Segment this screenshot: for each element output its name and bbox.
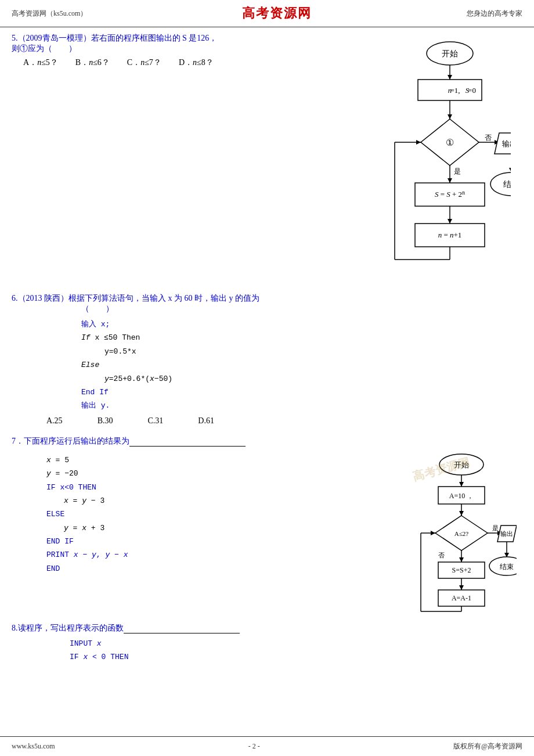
svg-marker-3	[448, 75, 452, 80]
q5-flowchart: 开始 n =1, S =0 ① 否	[360, 33, 522, 283]
q7-line-8: PRINT x − y, y − x	[46, 548, 400, 561]
q7-title: 7．下面程序运行后输出的结果为	[12, 436, 522, 447]
q7-line-5: ELSE	[46, 507, 400, 521]
q6-line-5: y=25+0.6*(x−50)	[104, 372, 522, 386]
svg-text:输出S: 输出S	[502, 139, 511, 148]
q7-line-2: y = −20	[46, 467, 400, 480]
svg-marker-35	[416, 140, 421, 145]
main-content: 5.（2009青岛一模理）若右面的程序框图输出的 S 是126， 则①应为（ ）…	[0, 27, 534, 704]
q7-line-9: END	[46, 562, 400, 575]
q7-container: x = 5 y = −20 IF x<0 THEN x = y − 3 ELSE…	[12, 450, 522, 613]
footer-center: - 2 -	[248, 742, 260, 751]
q7-left: x = 5 y = −20 IF x<0 THEN x = y − 3 ELSE…	[12, 450, 400, 579]
q6-line-1: 输入 x;	[81, 318, 522, 331]
svg-text:是: 是	[454, 167, 461, 175]
q6-code: 输入 x; If x ≤50 Then y=0.5*x Else y=25+0.…	[81, 318, 522, 413]
q7-line-3: IF x<0 THEN	[46, 481, 400, 494]
svg-text:否: 否	[485, 134, 492, 142]
q5-option-d: D．n≤8？	[179, 57, 214, 68]
svg-text:A≤2?: A≤2?	[454, 530, 468, 537]
svg-marker-24	[448, 178, 452, 183]
q7-flowchart: 高考资源网 开始 A=10 ， A≤2?	[406, 450, 522, 613]
svg-marker-68	[431, 531, 435, 535]
svg-text:S=S+2: S=S+2	[452, 566, 471, 574]
q6-option-b: B.30	[98, 416, 113, 426]
q8-line-1: INPUT x	[70, 637, 522, 650]
q6-line-6: End If	[81, 386, 522, 399]
q7-line-6: y = x + 3	[64, 521, 400, 535]
question-5: 5.（2009青岛一模理）若右面的程序框图输出的 S 是126， 则①应为（ ）…	[12, 33, 522, 283]
svg-marker-10	[448, 114, 452, 119]
q7-code: x = 5 y = −20 IF x<0 THEN x = y − 3 ELSE…	[46, 453, 400, 576]
svg-text:=0: =0	[468, 86, 476, 95]
q5-flowchart-svg: 开始 n =1, S =0 ① 否	[360, 33, 511, 283]
svg-text:否: 否	[438, 552, 445, 559]
header-left: 高考资源网（ks5u.com）	[12, 9, 87, 19]
q8-title: 8.读程序，写出程序表示的函数	[12, 623, 522, 633]
svg-text:开始: 开始	[442, 49, 458, 58]
q7-line-7: END IF	[46, 535, 400, 548]
q6-line-2: If x ≤50 Then	[81, 331, 522, 344]
q6-line-7: 输出 y.	[81, 399, 522, 412]
svg-text:结束: 结束	[503, 180, 511, 189]
svg-marker-39	[459, 482, 464, 487]
q5-title: 5.（2009青岛一模理）若右面的程序框图输出的 S 是126， 则①应为（ ）	[12, 33, 354, 54]
svg-marker-43	[459, 511, 464, 516]
q8-code: INPUT x IF x < 0 THEN	[70, 637, 522, 664]
svg-text:=1,: =1,	[450, 86, 460, 95]
q6-option-a: A.25	[46, 416, 63, 426]
question-6: 6.（2013 陕西）根据下列算法语句，当输入 x 为 60 时，输出 y 的值…	[12, 293, 522, 426]
header-center: 高考资源网	[242, 5, 312, 22]
q5-option-c: C．n≤7？	[127, 57, 161, 68]
page-header: 高考资源网（ks5u.com） 高考资源网 您身边的高考专家	[0, 0, 534, 27]
svg-text:是: 是	[492, 524, 499, 531]
q6-option-c: C.31	[147, 416, 163, 426]
q7-line-1: x = 5	[46, 453, 400, 467]
q5-left: 5.（2009青岛一模理）若右面的程序框图输出的 S 是126， 则①应为（ ）…	[12, 33, 354, 71]
q8-line-2: IF x < 0 THEN	[70, 650, 522, 664]
question-7: 7．下面程序运行后输出的结果为 x = 5 y = −20 IF x<0 THE…	[12, 436, 522, 613]
svg-text:S = S + 2n: S = S + 2n	[435, 189, 465, 199]
q7-line-4: x = y − 3	[64, 494, 400, 507]
footer-left: www.ks5u.com	[12, 742, 55, 751]
page-footer: www.ks5u.com - 2 - 版权所有@高考资源网	[0, 736, 534, 756]
q7-flowchart-svg: 开始 A=10 ， A≤2? 是	[406, 450, 517, 613]
svg-text:①: ①	[446, 138, 454, 147]
footer-right: 版权所有@高考资源网	[453, 741, 522, 751]
q6-line-4: Else	[81, 358, 522, 372]
q6-title: 6.（2013 陕西）根据下列算法语句，当输入 x 为 60 时，输出 y 的值…	[12, 293, 522, 314]
svg-text:A=10  ，: A=10 ，	[449, 492, 474, 500]
q6-options: A.25 B.30 C.31 D.61	[46, 416, 522, 426]
q6-line-3: y=0.5*x	[104, 345, 522, 358]
svg-marker-61	[459, 585, 464, 590]
svg-text:A=A-1: A=A-1	[452, 594, 471, 602]
svg-marker-19	[509, 168, 511, 172]
question-8: 8.读程序，写出程序表示的函数 INPUT x IF x < 0 THEN	[12, 623, 522, 664]
q5-option-a: A．n≤5？	[23, 57, 58, 68]
svg-text:输出: 输出	[500, 530, 513, 537]
svg-marker-28	[448, 219, 452, 224]
svg-marker-57	[459, 557, 464, 562]
q6-option-d: D.61	[198, 416, 214, 426]
q5-option-b: B．n≤6？	[75, 57, 110, 68]
q5-options: A．n≤5？ B．n≤6？ C．n≤7？ D．n≤8？	[23, 57, 354, 68]
svg-text:开始: 开始	[454, 460, 469, 469]
svg-text:结束: 结束	[500, 563, 514, 571]
header-right: 您身边的高考专家	[467, 9, 522, 19]
svg-text:n = n+1: n = n+1	[438, 231, 462, 239]
